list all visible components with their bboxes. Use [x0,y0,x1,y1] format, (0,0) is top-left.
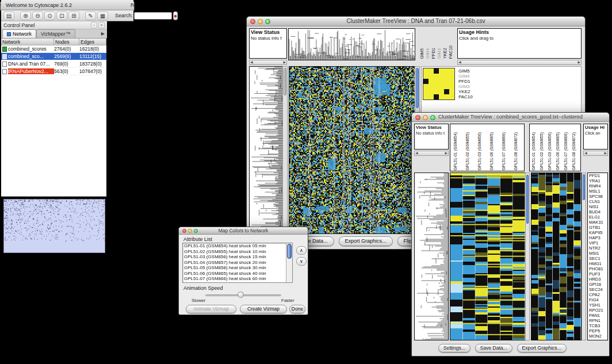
gene-label[interactable]: YKE2 [458,89,473,94]
gene-label[interactable]: ELG1 [589,214,607,220]
close-button[interactable] [182,229,186,233]
attribute-item[interactable]: GPL51-04 (GSM857) heat shock 20 min [183,260,292,266]
export-graphics-button[interactable]: Export Graphics... [517,344,567,352]
gene-label[interactable]: GIM4 [458,74,473,79]
attribute-item[interactable]: GPL51-01 (GSM854) heat shock 05 min [183,243,292,249]
attribute-item[interactable]: GPL51-07 (GSM866) heat shock 60 min [183,276,292,282]
tab-overflow-arrow-icon[interactable]: ▶ [99,31,107,36]
attribute-item[interactable]: GPL51-06 (GSM865) heat shock 40 min [183,271,292,277]
close-button[interactable] [415,115,420,120]
vertical-scrollbar[interactable] [286,243,292,282]
search-input[interactable] [134,12,172,20]
vertical-scrollbar[interactable] [582,173,586,340]
gene-label[interactable]: MSI1 [589,251,607,256]
gene-label[interactable]: YRA1 [589,178,607,183]
attribute-listbox[interactable]: GPL51-01 (GSM854) heat shock 05 minGPL51… [182,243,293,283]
minimize-button[interactable] [423,115,428,120]
scroll-right-icon[interactable]: ▶ [577,60,580,64]
attribute-item[interactable]: GPL51-02 (GSM855) heat shock 10 min [183,249,292,255]
gene-label[interactable]: PAC10 [458,94,473,99]
gene-label[interactable]: PHO81 [589,266,607,271]
scroll-left-icon[interactable]: ◀ [584,151,587,155]
zoom-button[interactable] [265,19,270,24]
gene-label[interactable]: GIM5 [458,68,473,74]
gene-label[interactable]: NTR2 [589,246,607,251]
gene-label[interactable]: GPI16 [589,282,607,287]
settings-button[interactable]: Settings... [438,344,471,352]
mini-scrollbar[interactable]: ◀ ▶ [249,60,287,65]
scroll-right-icon[interactable]: ▶ [283,60,286,64]
correlation-matrix[interactable] [423,68,455,100]
animate-vizmap-button[interactable]: Animate Vizmap [186,305,236,313]
gene-label[interactable]: MON2 [589,334,607,339]
record-icon[interactable]: ● [173,12,178,20]
open-folder-icon[interactable]: ▤ [3,12,14,20]
gene-label[interactable]: TCB3 [589,323,607,328]
attribute-item[interactable]: GPL51-05 (GSM858) heat shock 30 min [183,265,292,271]
tab-vizmapper[interactable]: VizMapper™ [36,29,75,38]
gene-label[interactable]: RNR4 [589,183,607,189]
zoom-selected-icon[interactable]: ⊞ [68,12,79,20]
global-heatmap[interactable] [289,66,415,234]
network-row[interactable]: combined_sco...2569(6)13112(15) [1,53,106,60]
vertical-scrollbar[interactable] [525,173,530,340]
zoom-button[interactable] [430,115,435,120]
vertical-scrollbar[interactable] [282,66,288,234]
network-row[interactable]: DNA and Tran 07...769(0)183728(0) [1,60,106,68]
move-up-button[interactable]: ∧ [296,246,307,255]
network-row[interactable]: tRNAPuberNov2...563(0)107847(0) [1,68,106,75]
col-header-network[interactable]: Network [1,39,54,45]
zoom-in-icon[interactable]: ⊕ [20,12,31,20]
gene-label[interactable]: RPN1 [589,318,607,323]
minimize-button[interactable] [188,229,192,233]
col-header-nodes[interactable]: Nodes [54,39,79,45]
gene-label[interactable]: GTB1 [589,225,607,230]
mini-scrollbar[interactable]: ◀ ▶ [414,151,449,156]
scroll-left-icon[interactable]: ◀ [415,151,418,155]
attribute-item[interactable]: GPL51-03 (GSM856) heat shock 15 min [183,254,292,260]
gene-label[interactable]: FIG4 [589,297,607,302]
mini-scrollbar[interactable]: ◀ ▶ [583,151,608,156]
speed-slider-thumb[interactable] [238,292,244,298]
scroll-left-icon[interactable]: ◀ [250,60,253,64]
treeview-dna-titlebar[interactable]: ClusterMaker TreeView : DNA and Tran 07-… [247,17,585,26]
gene-label[interactable]: CLN1 [589,199,607,204]
gene-label[interactable]: HRD3 [589,277,607,282]
close-button[interactable] [250,19,255,24]
gene-label[interactable]: GIM3 [458,84,473,89]
create-vizmap-button[interactable]: Create Vizmap [240,305,287,313]
gene-label[interactable]: PFD1 [589,173,607,178]
gene-label[interactable]: SEC24 [589,287,607,292]
scroll-right-icon[interactable]: ▶ [445,151,447,155]
gene-label[interactable]: SPC98 [589,194,607,199]
save-data-button[interactable]: Save Data... [475,344,512,352]
zoom-out-icon[interactable]: ⊖ [32,12,43,20]
grid-icon[interactable]: ▦ [97,12,108,20]
zoom-actual-icon[interactable]: ⊙ [44,12,55,20]
gene-label[interactable]: BUD4 [589,209,607,214]
scrollbar-thumb[interactable] [284,68,286,95]
gene-label[interactable]: CPA2 [589,292,607,297]
column-dendrogram[interactable] [288,28,415,60]
gene-label[interactable]: MSL1 [589,189,607,194]
col-header-edges[interactable]: Edges [79,39,106,45]
network-row[interactable]: combined_scores2764(0)16218(0) [1,45,106,53]
export-graphics-button[interactable]: Export Graphics... [339,236,393,246]
gene-label[interactable]: RPO21 [589,308,607,313]
close-panel-icon[interactable]: × [98,22,105,28]
move-down-button[interactable]: ∨ [296,257,307,266]
zoom-heatmap[interactable] [531,173,582,340]
scroll-right-icon[interactable]: ▶ [604,151,607,155]
gene-label[interactable]: SEC1 [589,256,607,261]
minimize-button[interactable] [258,19,263,24]
float-panel-icon[interactable]: ▫ [91,22,97,28]
gene-label[interactable]: VIP1 [589,240,607,246]
gene-label[interactable]: KAP95 [589,230,607,235]
scroll-left-icon[interactable]: ◀ [458,60,461,64]
network-overview[interactable] [3,199,105,253]
scrollbar-thumb[interactable] [583,174,585,200]
gene-label[interactable]: PUF3 [589,271,607,277]
mini-scrollbar[interactable]: ◀ ▶ [457,60,582,65]
gene-label[interactable]: PAN1 [589,313,607,318]
treeview-combined-titlebar[interactable]: ClusterMaker TreeView : combined_scores_… [412,113,609,122]
